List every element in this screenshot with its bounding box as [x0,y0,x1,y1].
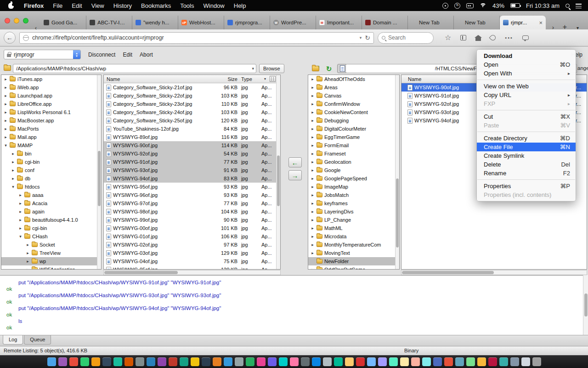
site-identity-icon[interactable] [23,35,29,41]
remote-list-hscrollbar[interactable] [401,270,587,275]
local-file-row[interactable]: WYSIWYG-89of.jpg116 KBjpgAp... [104,133,280,141]
close-window-button[interactable] [5,18,10,23]
local-tree-folder[interactable]: ▸iWeb.app [1,83,101,92]
local-list-hscrollbar[interactable] [103,270,281,275]
disclosure-collapsed-icon[interactable]: ▸ [311,102,315,106]
dock-icon[interactable] [268,357,277,366]
local-tree-folder[interactable]: ▸MacBooster.app [1,116,101,125]
refresh-icon[interactable]: ↻ [324,64,334,73]
back-button[interactable]: ← [4,32,16,44]
browser-tab[interactable]: Domain ... [362,16,408,29]
dock-icon[interactable] [356,357,365,366]
disclosure-collapsed-icon[interactable]: ▸ [311,110,315,115]
app-menu[interactable]: Firefox [19,2,48,9]
menubar-item-file[interactable]: File [48,2,67,9]
disclosure-collapsed-icon[interactable]: ▸ [311,226,315,230]
dock-icon[interactable] [499,357,508,366]
browser-tab[interactable]: New Tab [408,16,454,29]
tab-log[interactable]: Log [3,335,23,345]
local-tree-folder[interactable]: ▸db [1,174,101,183]
local-tree-folder[interactable]: ▾CHash [1,232,101,241]
status-transfer-mode[interactable]: Binary [404,348,418,353]
disclosure-collapsed-icon[interactable]: ▸ [311,160,315,164]
disclosure-collapsed-icon[interactable]: ▸ [26,267,30,270]
local-tree-folder[interactable]: ▾MAMP [1,141,101,150]
local-file-row[interactable]: YouTube_Shakiness-12of.jpg84 KBjpgAp... [104,125,280,133]
dock-icon[interactable] [455,357,464,366]
browser-tab[interactable]: Good Ga... [40,16,86,29]
dock-icon[interactable] [477,357,486,366]
disclosure-collapsed-icon[interactable]: ▸ [311,201,315,206]
local-list-scrollbar[interactable] [276,75,280,269]
minimize-window-button[interactable] [14,18,19,23]
menubar-clock[interactable]: Fri 10:33 am [526,2,560,9]
local-parent-directory-icon[interactable]: ↑ [4,65,11,71]
apple-menu-icon[interactable] [8,3,14,9]
disclosure-expanded-icon[interactable]: ▾ [18,234,23,239]
remote-tree-folder[interactable]: ▸EggTimerGame [308,133,399,141]
search-bar[interactable] [378,32,434,44]
disclosure-collapsed-icon[interactable]: ▸ [4,126,8,131]
local-path-dropdown[interactable]: /Applications/MAMP/htdocs/CHash/wp ▾ [13,64,256,73]
browser-tab[interactable]: cPWebHost... [178,16,224,29]
local-file-row[interactable]: WYSIWYG-94of.jpg83 KBjpgAp... [104,174,280,183]
disclosure-collapsed-icon[interactable]: ▸ [311,126,315,131]
browser-tab[interactable]: rjmpr...× [500,16,546,29]
dock-icon[interactable] [532,357,541,366]
dock-icon[interactable] [422,357,431,366]
local-file-row[interactable]: WYSIWYG-90of.jpg114 KBjpgAp... [104,141,280,150]
browser-tab[interactable]: New Tab [454,16,500,29]
disclosure-collapsed-icon[interactable]: ▸ [4,93,8,98]
remote-tree-folder[interactable]: ▸Areas [308,83,399,92]
upload-arrow-icon[interactable]: → [288,170,302,180]
url-bar[interactable]: chrome://fireftp/content/fireftp.xul#acc… [19,32,374,44]
dock-icon[interactable] [433,357,442,366]
context-menu-item[interactable]: Create Symlink [477,151,576,160]
context-menu-item[interactable]: Create Directory⌘D [477,134,576,143]
change-button-fragment[interactable]: ange [577,65,588,71]
context-menu-item[interactable]: Properties⌘P [477,182,576,190]
context-menu-item[interactable]: DeleteDel [477,160,576,169]
dock-icon[interactable] [367,357,376,366]
local-file-row[interactable]: Category_Software_Sticky-22of.jpg103 KBj… [104,92,280,100]
dock-icon[interactable] [191,357,199,366]
column-header-name[interactable]: Name [104,76,215,82]
column-picker-icon[interactable] [270,76,276,82]
remote-tree-folder[interactable]: ▸LayeringDivs [308,207,399,216]
remote-tree-folder[interactable]: ▸keyframes [308,199,399,207]
local-tree-folder[interactable]: ▸MacPorts [1,125,101,133]
dock-icon[interactable] [113,357,122,366]
edit-button[interactable]: Edit [123,52,132,58]
bookmarks-panel-icon[interactable] [460,35,466,40]
sort-direction-icon[interactable]: ▾ [264,77,266,81]
local-file-row[interactable]: Category_Software_Sticky-24of.jpg103 KBj… [104,108,280,116]
remote-tree-folder[interactable]: ▸ImageMap [308,183,399,191]
local-file-row[interactable]: WYSIWYG-98of.jpg104 KBjpgAp... [104,207,280,216]
context-menu-item[interactable]: Open⌘O [477,60,576,69]
local-tree-scrollbar[interactable] [97,75,101,269]
local-file-row[interactable]: WYSIWYG-95of.jpg93 KBjpgAp... [104,183,280,191]
disclosure-collapsed-icon[interactable]: ▸ [4,118,8,123]
context-menu-item[interactable]: Create File⌘N [477,143,576,151]
dock-icon[interactable] [510,357,519,366]
disclosure-collapsed-icon[interactable]: ▸ [311,168,315,172]
context-menu-item[interactable]: Cut⌘X [477,112,576,121]
remote-tree-folder[interactable]: ▸GooglePageSpeed [308,174,399,183]
disclosure-collapsed-icon[interactable]: ▸ [311,93,315,98]
disclosure-collapsed-icon[interactable]: ▸ [311,209,315,214]
disclosure-collapsed-icon[interactable]: ▸ [311,85,315,90]
disclosure-collapsed-icon[interactable]: ▸ [11,160,15,164]
local-tree-folder[interactable]: ▸Launchpad.app [1,92,101,100]
dock-icon[interactable] [124,357,133,366]
dock-icon[interactable] [102,357,111,366]
dock-icon[interactable] [345,357,354,366]
browser-tab[interactable]: "wendy h... [132,16,178,29]
dock-icon[interactable] [80,357,89,366]
local-file-row[interactable]: WYSIWYG-93of.jpg91 KBjpgAp... [104,166,280,174]
battery-icon[interactable] [510,3,520,8]
local-tree-folder[interactable]: ▾htdocs [1,183,101,191]
home-icon[interactable] [475,38,481,41]
local-tree-folder[interactable]: ▸conf [1,166,101,174]
local-tree-folder[interactable]: ▸iTunes.app [1,75,101,83]
disclosure-collapsed-icon[interactable]: ▸ [4,110,8,115]
